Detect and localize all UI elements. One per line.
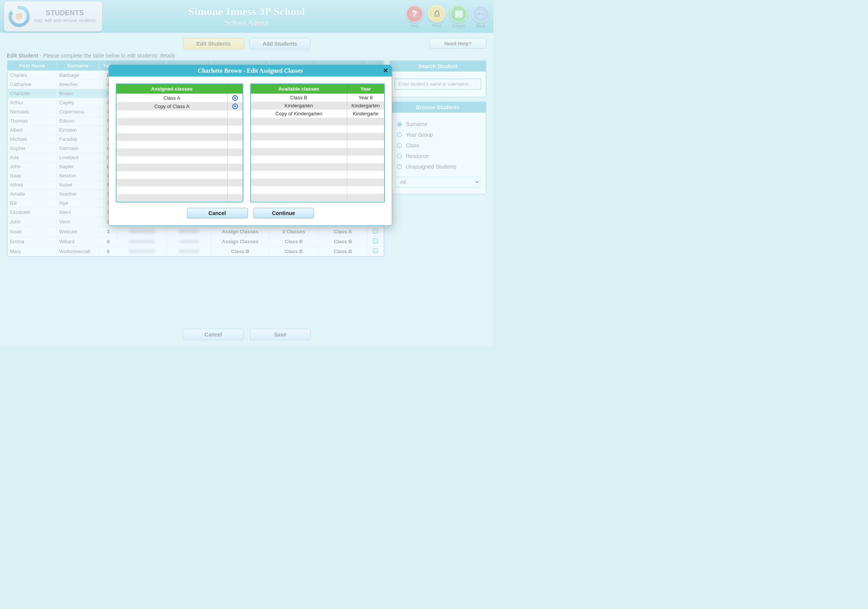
assigned-name	[116, 126, 227, 133]
cell-class-link[interactable]: Class B	[318, 247, 367, 257]
available-year	[347, 171, 384, 179]
save-button[interactable]: Save	[250, 329, 311, 340]
cell-class-link[interactable]: 2 Classes	[269, 227, 318, 237]
cell-surname: Stern	[57, 208, 99, 217]
cell-class-link[interactable]: Class B	[318, 237, 367, 247]
radio-resource[interactable]: Resource	[397, 153, 479, 159]
remove-cell	[227, 194, 243, 202]
cancel-button[interactable]: Cancel	[183, 329, 244, 340]
assigned-row[interactable]: Copy of Class A✕	[116, 102, 243, 110]
cell-first: Bill	[8, 199, 57, 208]
cell-first: Emma	[8, 237, 57, 247]
remove-cell	[227, 126, 243, 133]
radio-year-group[interactable]: Year Group	[397, 132, 479, 138]
edit-assigned-classes-modal: Charlotte Brown - Edit Assigned Classes …	[108, 65, 392, 226]
cell-first: Isaac	[8, 171, 57, 180]
cell-class-link[interactable]: Class B	[269, 247, 318, 257]
radio-unassigned[interactable]: Unassigned Students	[397, 164, 479, 170]
cell-surname: Babbage	[57, 71, 99, 80]
cell-class-link[interactable]: Assign Classes	[211, 237, 270, 247]
edit-student-heading: Edit Student - Please complete the table…	[7, 53, 487, 59]
available-row	[251, 125, 384, 133]
students-badge[interactable]: STUDENTS Add, edit and remove students	[4, 1, 102, 32]
available-head: Available classes	[251, 84, 347, 94]
remove-cell[interactable]: ✕	[227, 102, 243, 110]
close-icon[interactable]: ✕	[383, 67, 388, 74]
edit-student-label: Edit Student	[7, 53, 38, 59]
radio-resource-label: Resource	[406, 153, 429, 159]
remove-icon[interactable]: ✕	[232, 95, 238, 101]
col-first-name[interactable]: First Name	[8, 61, 57, 71]
cell-checkbox[interactable]	[367, 237, 383, 247]
header-center: Simone Inness 3P School School Admin	[188, 6, 305, 27]
cell-year: 8	[99, 237, 118, 247]
radio-year-label: Year Group	[406, 132, 433, 138]
export-button[interactable]: ▤ Export	[450, 5, 468, 28]
back-button[interactable]: ← Back	[472, 5, 490, 28]
browse-filter-select[interactable]: All	[395, 177, 480, 188]
print-label: Print	[428, 24, 445, 28]
search-student-head: Search Student	[390, 61, 486, 72]
available-row	[251, 171, 384, 179]
radio-surname[interactable]: Surname	[397, 121, 479, 127]
assigned-row[interactable]: Class A✕	[116, 94, 243, 102]
tab-edit-students[interactable]: Edit Students	[183, 38, 244, 49]
search-input[interactable]	[394, 78, 481, 90]
table-row[interactable]: EmmaWillard8XXXXXXXXXXXXXXAssign Classes…	[8, 237, 384, 247]
available-name	[251, 171, 347, 179]
students-title: STUDENTS	[34, 9, 96, 17]
available-row	[251, 118, 384, 125]
remove-icon[interactable]: ✕	[232, 104, 238, 109]
col-surname[interactable]: Surname	[57, 61, 99, 71]
modal-cancel-button[interactable]: Cancel	[187, 208, 248, 218]
available-row[interactable]: Copy of KindergartenKindergarte	[251, 110, 384, 118]
cell-first: Thomas	[8, 116, 57, 126]
back-arrow-icon: ←	[472, 5, 490, 22]
cell-first: Sophie	[8, 144, 57, 153]
available-row[interactable]: Class BYear 8	[251, 94, 384, 102]
available-row[interactable]: KindergartenKindergarten	[251, 102, 384, 110]
cell-year: 3	[99, 227, 118, 237]
top-bar: STUDENTS Add, edit and remove students S…	[0, 0, 493, 33]
table-row[interactable]: MaryWollstonecraft8XXXXXXXXXXXXXXClass B…	[8, 247, 384, 257]
assigned-name	[116, 148, 227, 156]
assigned-row	[116, 171, 243, 179]
available-year: Year 8	[347, 94, 384, 102]
cell-surname: Beecher	[57, 80, 99, 89]
cell-surname: Einstein	[57, 126, 99, 135]
cell-hidden: XXXXXXXX	[117, 247, 166, 257]
available-year	[347, 125, 384, 133]
remove-cell[interactable]: ✕	[227, 94, 243, 102]
available-row	[251, 179, 384, 186]
radio-class-label: Class	[406, 142, 419, 148]
available-classes-table: Available classes Year Class BYear 8Kind…	[250, 83, 385, 202]
help-button[interactable]: ? Help	[406, 5, 423, 28]
cell-class-link[interactable]: Class A	[318, 227, 367, 237]
cell-class-link[interactable]: Class B	[269, 237, 318, 247]
available-name	[251, 163, 347, 171]
cell-surname: Copernicus	[57, 107, 99, 116]
table-row[interactable]: NoahWebster3XXXXXXXXXXXXXXAssign Classes…	[8, 227, 384, 237]
tab-add-students[interactable]: Add Students	[249, 38, 310, 49]
cell-hidden: XXXXXX	[166, 237, 211, 247]
available-year: Kindergarten	[347, 102, 384, 110]
assigned-row	[116, 118, 243, 126]
modal-continue-button[interactable]: Continue	[253, 208, 314, 218]
assigned-row	[116, 187, 243, 194]
available-name	[251, 140, 347, 148]
available-row	[251, 140, 384, 148]
cell-checkbox[interactable]	[367, 227, 383, 237]
modal-title-bar: Charlotte Brown - Edit Assigned Classes …	[109, 65, 392, 77]
back-label: Back	[472, 24, 490, 28]
cell-class-link[interactable]: Class B	[211, 247, 270, 257]
search-student-panel: Search Student	[389, 60, 487, 97]
remove-cell	[227, 164, 243, 171]
need-help-button[interactable]: Need Help?	[429, 38, 487, 49]
cell-surname: Edison	[57, 116, 99, 126]
print-button[interactable]: ⎙ Print	[428, 5, 445, 28]
cell-checkbox[interactable]	[367, 247, 383, 257]
radio-class[interactable]: Class	[397, 142, 479, 148]
cell-hidden: XXXXXX	[166, 227, 211, 237]
remove-cell	[227, 110, 243, 118]
cell-class-link[interactable]: Assign Classes	[211, 227, 270, 237]
